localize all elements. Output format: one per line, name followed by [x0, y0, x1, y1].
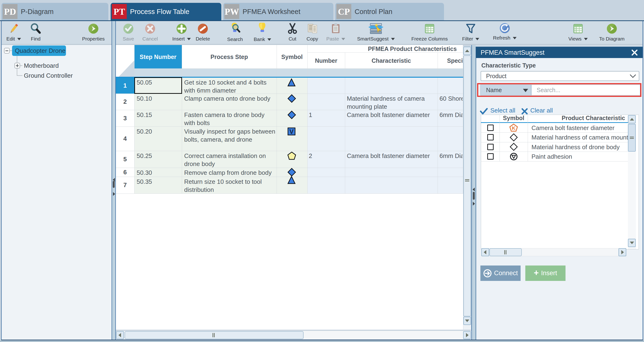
svg-text:V: V: [289, 128, 294, 135]
svg-text:K: K: [512, 125, 516, 131]
